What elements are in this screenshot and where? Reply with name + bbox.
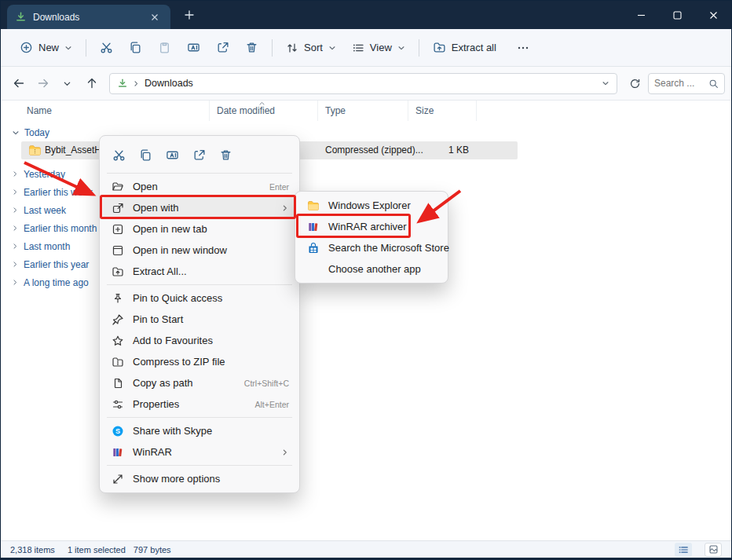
back-button[interactable] <box>7 72 30 95</box>
submenu-item-windows-explorer[interactable]: Windows Explorer <box>298 195 445 216</box>
cut-button[interactable] <box>92 35 121 61</box>
menu-item-copy-as-path[interactable]: Copy as path Ctrl+Shift+C <box>103 372 296 393</box>
menu-item-show-more-options[interactable]: Show more options <box>103 468 296 489</box>
selection-size: 797 bytes <box>134 545 171 555</box>
new-tab-icon <box>112 223 124 236</box>
group-header-last-month[interactable]: Last month <box>12 237 97 255</box>
refresh-button[interactable] <box>624 72 646 95</box>
open-icon <box>112 181 124 193</box>
open-with-submenu: Windows Explorer WinRAR archiver Search … <box>295 191 448 284</box>
forward-button[interactable] <box>31 72 54 95</box>
menu-item-winrar[interactable]: WinRAR <box>103 441 296 463</box>
delete-button[interactable] <box>214 143 238 167</box>
star-icon <box>112 335 124 347</box>
delete-button[interactable] <box>237 35 266 61</box>
rename-button[interactable] <box>179 35 208 61</box>
group-label: Today <box>24 127 49 138</box>
skype-icon: S <box>112 425 124 437</box>
search-box[interactable] <box>648 73 725 94</box>
extract-icon <box>112 265 124 278</box>
column-header-name[interactable]: Name <box>20 101 210 121</box>
new-button-label: New <box>38 42 59 53</box>
column-headers: Name Date modified Type Size <box>1 101 731 121</box>
plus-circle-icon <box>20 41 33 54</box>
breadcrumb[interactable]: Downloads <box>145 78 193 89</box>
extract-all-label: Extract all <box>452 42 496 53</box>
tab-close-icon[interactable] <box>147 9 163 25</box>
extract-all-icon <box>433 41 446 54</box>
downloads-icon <box>117 78 128 89</box>
pin-icon <box>112 292 124 305</box>
titlebar: Downloads <box>1 1 731 29</box>
menu-item-open-with[interactable]: Open with <box>103 197 296 218</box>
up-button[interactable] <box>80 72 103 95</box>
menu-item-pin-to-start[interactable]: Pin to Start <box>103 309 296 330</box>
sort-button[interactable]: Sort <box>278 35 344 61</box>
recent-locations-chevron[interactable] <box>56 72 79 95</box>
column-header-type[interactable]: Type <box>318 101 408 121</box>
menu-item-pin-to-quick-access[interactable]: Pin to Quick access <box>103 287 296 309</box>
chevron-down-icon <box>12 129 20 137</box>
menu-separator <box>107 173 292 174</box>
group-header-a-long-time-ago[interactable]: A long time ago <box>12 273 97 291</box>
chevron-right-icon <box>12 170 19 178</box>
copy-button[interactable] <box>121 35 150 61</box>
chevron-down-icon <box>64 44 72 52</box>
address-dropdown-chevron[interactable] <box>602 79 609 87</box>
toolbar-separator <box>272 39 273 57</box>
toolbar-separator <box>86 39 86 57</box>
cut-button[interactable] <box>107 143 131 167</box>
new-button[interactable]: New <box>12 35 80 61</box>
extract-all-button[interactable]: Extract all <box>425 35 504 61</box>
svg-text:S: S <box>115 427 120 435</box>
new-tab-button[interactable] <box>181 7 197 23</box>
group-header-yesterday[interactable]: Yesterday <box>12 165 97 183</box>
submenu-chevron-icon <box>281 448 289 456</box>
group-header-earlier-this-year[interactable]: Earlier this year <box>12 255 97 273</box>
sort-button-label: Sort <box>304 42 323 53</box>
close-button[interactable] <box>695 1 731 29</box>
blank-icon <box>307 263 320 276</box>
large-icons-view-button[interactable] <box>705 543 722 557</box>
minimize-button[interactable] <box>623 1 659 29</box>
sort-ascending-icon <box>258 101 265 106</box>
address-bar[interactable]: Downloads <box>109 73 617 94</box>
items-count: 2,318 items <box>10 545 55 555</box>
search-input[interactable] <box>654 78 705 89</box>
copy-button[interactable] <box>134 143 158 167</box>
context-menu: Open Enter Open with Open in new tab Ope… <box>99 135 300 493</box>
group-header-earlier-this-month[interactable]: Earlier this month <box>12 219 97 237</box>
menu-item-open[interactable]: Open Enter <box>103 176 296 197</box>
menu-item-open-in-new-tab[interactable]: Open in new tab <box>103 218 296 240</box>
submenu-item-choose-another-app[interactable]: Choose another app <box>298 258 445 280</box>
menu-item-extract-all[interactable]: Extract All... <box>103 261 296 282</box>
view-button[interactable]: View <box>344 35 413 61</box>
more-options-button[interactable] <box>509 35 538 61</box>
group-header-last-week[interactable]: Last week <box>12 201 97 219</box>
group-header-today[interactable]: Today <box>12 125 49 141</box>
store-icon <box>307 242 320 254</box>
file-explorer-window: Downloads New <box>0 0 732 560</box>
details-view-button[interactable] <box>675 543 692 557</box>
breadcrumb-chevron-icon <box>133 80 140 87</box>
submenu-item-search-microsoft-store[interactable]: Search the Microsoft Store <box>298 237 445 258</box>
rename-button[interactable] <box>160 143 185 167</box>
maximize-button[interactable] <box>659 1 695 29</box>
menu-item-properties[interactable]: Properties Alt+Enter <box>103 393 296 415</box>
submenu-item-winrar-archiver[interactable]: WinRAR archiver <box>298 216 445 237</box>
search-icon <box>708 79 719 89</box>
menu-item-add-to-favourites[interactable]: Add to Favourites <box>103 330 296 351</box>
share-button[interactable] <box>208 35 237 61</box>
open-with-icon <box>112 202 124 214</box>
menu-item-share-with-skype[interactable]: S Share with Skype <box>103 420 296 441</box>
group-header-earlier-this-week[interactable]: Earlier this week <box>12 183 97 201</box>
submenu-chevron-icon <box>281 204 289 212</box>
share-button[interactable] <box>187 143 211 167</box>
column-header-size[interactable]: Size <box>408 101 477 121</box>
paste-button[interactable] <box>150 35 179 61</box>
menu-item-open-in-new-window[interactable]: Open in new window <box>103 240 296 261</box>
menu-item-compress-to-zip[interactable]: Compress to ZIP file <box>103 351 296 372</box>
shortcut-label: Alt+Enter <box>255 400 289 409</box>
column-header-date-modified[interactable]: Date modified <box>210 101 318 121</box>
tab-downloads[interactable]: Downloads <box>7 5 170 29</box>
